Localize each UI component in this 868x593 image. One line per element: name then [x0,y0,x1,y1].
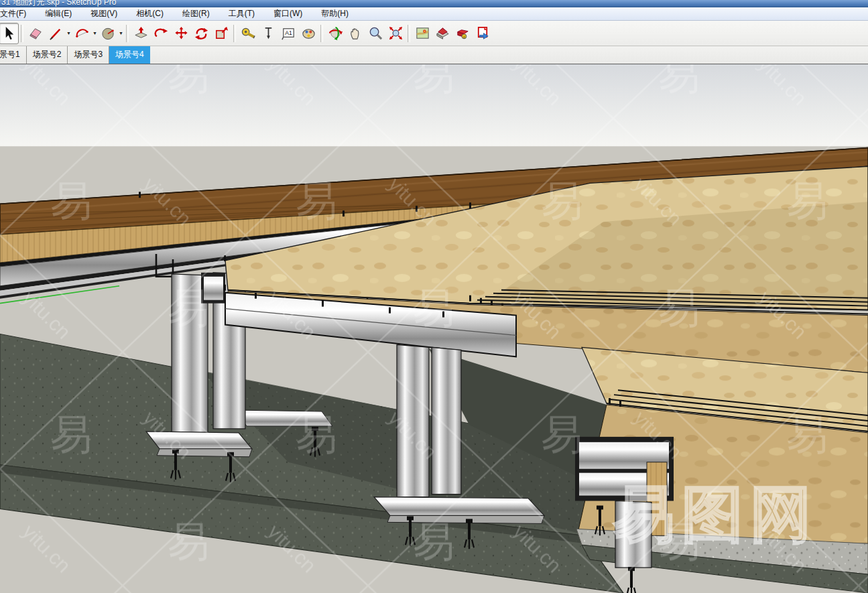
line-dropdown-arrow[interactable]: ▼ [66,23,72,44]
line-icon [48,25,64,41]
zoom-extents-icon [388,25,404,41]
orbit-tool-button[interactable] [325,23,345,44]
zoom-icon [368,25,383,41]
toolbar: ▼▼▼A1c [0,21,868,46]
menu-item-8[interactable]: 帮助(H) [312,7,358,20]
line-tool-button[interactable] [46,23,66,44]
toggle-terrain-tool-button[interactable] [432,23,452,44]
scene-tab-4[interactable]: 场景号4 [109,46,150,64]
pan-icon [348,25,363,41]
toolbar-separator [126,25,129,42]
paint-bucket-icon [301,25,316,41]
menu-item-1[interactable]: 文件(F) [0,7,36,20]
window-title: 31 地面灯光.skp - SketchUp Pro [1,0,116,7]
menu-item-3[interactable]: 视图(V) [81,7,127,20]
model-canvas[interactable]: 易 易 yitu.cn yitu.cn [0,64,868,593]
select-tool-button[interactable] [0,23,19,44]
push-pull-icon [133,25,149,41]
follow-me-icon [153,25,169,41]
scene-tab-1[interactable]: 场景号1 [0,46,27,64]
scene-tab-3[interactable]: 场景号3 [68,46,109,64]
scale-icon [214,25,229,41]
push-pull-tool-button[interactable] [131,23,151,44]
select-icon [1,25,17,41]
toolbar-separator [21,25,23,42]
title-bar[interactable]: 31 地面灯光.skp - SketchUp Pro [0,0,868,7]
paint-bucket-tool-button[interactable] [298,23,318,44]
dimension-tool-button[interactable] [258,23,278,44]
add-location-icon [415,25,430,41]
eraser-tool-button[interactable] [25,23,46,44]
menu-bar: 文件(F)编辑(E)视图(V)相机(C)绘图(R)工具(T)窗口(W)帮助(H) [0,7,868,21]
eraser-icon [28,25,44,41]
move-icon [174,25,189,41]
circle-tool-button[interactable] [98,23,118,44]
orbit-icon [328,25,343,41]
pan-tool-button[interactable] [345,23,365,44]
add-location-tool-button[interactable] [412,23,432,44]
3d-viewport[interactable]: 易 易 yitu.cn yitu.cn [0,64,868,593]
follow-me-tool-button[interactable] [151,23,171,44]
tape-measure-icon [241,25,256,41]
svg-text:易图网: 易图网 [613,480,818,548]
move-tool-button[interactable] [171,23,191,44]
text-icon: A1 [281,25,296,41]
toolbar-separator [408,25,410,42]
arc-icon [74,25,90,41]
text-tool-button[interactable]: A1 [278,23,298,44]
tape-measure-tool-button[interactable] [238,23,258,44]
zoom-extents-tool-button[interactable] [385,23,406,44]
menu-item-5[interactable]: 绘图(R) [173,7,219,20]
scene-tab-2[interactable]: 场景号2 [27,46,68,64]
arc-dropdown-arrow[interactable]: ▼ [92,23,98,44]
svg-text:c: c [463,34,465,39]
sketchup-window: 31 地面灯光.skp - SketchUp Pro 文件(F)编辑(E)视图(… [0,0,868,593]
toolbar-separator [233,25,236,42]
scene-tabs-bar: 场景号1场景号2场景号3场景号4 [0,46,868,64]
circle-icon [101,25,116,41]
dimension-icon [261,25,276,41]
menu-item-7[interactable]: 窗口(W) [264,7,312,20]
send-to-layout-icon [475,25,491,41]
zoom-tool-button[interactable] [365,23,385,44]
watermark-brand: 易图网 [613,480,818,548]
rotate-tool-button[interactable] [191,23,211,44]
menu-item-6[interactable]: 工具(T) [219,7,264,20]
scale-tool-button[interactable] [211,23,231,44]
menu-item-2[interactable]: 编辑(E) [36,7,81,20]
circle-dropdown-arrow[interactable]: ▼ [118,23,124,44]
send-to-layout-tool-button[interactable] [473,23,493,44]
photo-textures-tool-button[interactable]: c [452,23,473,44]
menu-item-4[interactable]: 相机(C) [127,7,173,20]
toolbar-separator [320,25,323,42]
photo-textures-icon: c [455,25,471,41]
rotate-icon [194,25,209,41]
svg-text:A1: A1 [285,29,292,36]
toggle-terrain-icon [435,25,450,41]
arc-tool-button[interactable] [72,23,92,44]
